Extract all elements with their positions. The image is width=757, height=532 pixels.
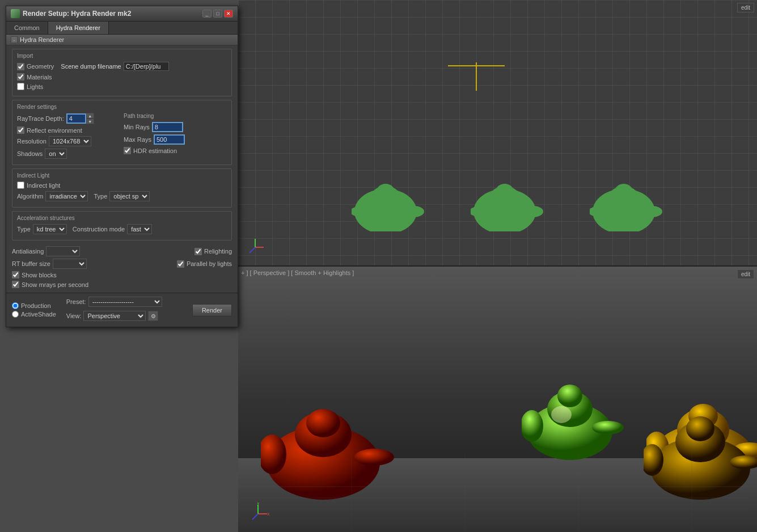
indirect-light-title: Indirect Light [17,172,227,179]
view-row: View: Perspective ⚙ [66,311,162,321]
raytrace-down[interactable]: ▼ [86,119,94,124]
geometry-checkbox-label[interactable]: Geometry [17,63,54,70]
app-icon [11,9,20,18]
misc-settings: Antialiasing Relighting RT buffer size [6,244,238,293]
max-rays-input[interactable] [154,134,185,145]
reflect-env-row: Reflect environment [17,126,120,134]
render-settings-left: RayTrace Depth: ▲ ▼ Reflect envi [17,113,120,161]
resolution-row: Resolution 1024x768 [17,136,120,146]
resolution-select[interactable]: 1024x768 [49,136,91,146]
indirect-light-row: Indirect light [17,181,227,189]
algorithm-select[interactable]: irradiance [45,191,88,201]
teapot-silhouette-1 [352,175,425,231]
accel-type-row: Type kd tree Construction mode fast [17,224,227,234]
viewport-container: edit [238,0,757,532]
shadows-select[interactable]: on [45,149,67,159]
antialiasing-label: Antialiasing [12,248,44,255]
svg-point-28 [551,406,572,423]
rt-buffer-label: RT buffer size [12,260,50,267]
teapot-silhouette-2 [471,175,544,231]
reflect-env-label[interactable]: Reflect environment [17,126,82,134]
activeshade-radio[interactable] [12,311,19,318]
parallel-lights-label[interactable]: Parallel by lights [177,260,232,268]
parallel-lights-checkbox[interactable] [177,260,184,268]
acceleration-section: Acceleration structures Type kd tree Con… [12,211,232,240]
relighting-checkbox[interactable] [194,248,202,255]
tab-hydra[interactable]: Hydra Renderer [48,22,109,34]
preset-row: Preset: -------------------- [66,297,162,307]
show-mrays-row: Show mrays per second [12,281,232,288]
svg-point-12 [615,184,632,197]
render-button[interactable]: Render [192,304,232,316]
render-settings-grid: RayTrace Depth: ▲ ▼ Reflect envi [17,113,227,161]
render-setup-dialog: Render Setup: Hydra Render mk2 _ □ ✕ Com… [6,6,238,327]
axis-indicator-bottom: x y [247,503,269,526]
restore-button[interactable]: □ [213,10,222,18]
svg-point-20 [306,409,340,437]
indirect-light-section: Indirect Light Indirect light Algorithm … [12,168,232,208]
show-mrays-label[interactable]: Show mrays per second [12,281,88,288]
lights-label: Lights [27,83,43,90]
section-header: - Hydra Renderer [6,35,238,45]
raytrace-input[interactable] [66,113,86,124]
viewport-bottom-label: + ] [ Perspective ] [ Smooth + Highlight… [241,269,354,276]
render-mode-group: Production ActiveShade [12,302,56,318]
dialog-tabs: Common Hydra Renderer [6,22,238,35]
floor-grid [238,453,757,532]
viewport-top[interactable]: edit [238,0,757,267]
min-rays-label: Min Rays [124,124,150,130]
import-materials-row: Materials [17,73,227,81]
type-select[interactable]: object sp [109,191,150,201]
indirect-light-checkbox[interactable] [17,181,24,189]
activeshade-radio-label[interactable]: ActiveShade [12,311,56,318]
window-controls: _ □ ✕ [202,10,233,18]
collapse-btn[interactable]: - [11,36,18,43]
reflect-env-checkbox[interactable] [17,126,24,134]
raytrace-up[interactable]: ▲ [86,113,94,119]
show-blocks-checkbox[interactable] [12,271,19,278]
preset-select[interactable]: -------------------- [88,297,162,307]
show-blocks-label[interactable]: Show blocks [12,271,57,278]
svg-point-7 [496,184,513,197]
relighting-label[interactable]: Relighting [194,248,232,255]
preset-label: Preset: [66,298,86,305]
close-button[interactable]: ✕ [224,10,233,18]
hdr-label[interactable]: HDR estimation [124,147,177,154]
antialiasing-select[interactable] [46,246,80,256]
scene-dump-input[interactable] [124,62,169,71]
teapot-green [522,366,624,464]
hdr-row: HDR estimation [124,147,227,154]
rt-buffer-select[interactable] [53,259,87,269]
viewport-bottom[interactable]: + ] [ Perspective ] [ Smooth + Highlight… [238,267,757,532]
indirect-light-label[interactable]: Indirect light [17,181,60,189]
raytrace-spinner: ▲ ▼ [66,113,94,124]
algorithm-row: Algorithm irradiance Type object sp [17,191,227,201]
svg-point-8 [523,206,543,217]
teapot-silhouettes [352,175,663,231]
geometry-checkbox[interactable] [17,63,24,70]
scene-dump-label: Scene dump filename [61,63,121,70]
construction-select[interactable]: fast [127,224,152,234]
view-select[interactable]: Perspective [83,311,146,321]
svg-point-2 [377,184,394,197]
materials-checkbox-label[interactable]: Materials [17,73,52,81]
teapot-silhouette-3 [590,175,663,231]
view-extra-btn[interactable]: ⚙ [148,311,158,321]
top-viewport-edit[interactable]: edit [737,3,754,12]
lights-checkbox-label[interactable]: Lights [17,83,43,90]
lights-checkbox[interactable] [17,83,24,90]
bottom-viewport-edit[interactable]: edit [737,269,754,279]
production-radio-label[interactable]: Production [12,302,56,309]
accel-type-select[interactable]: kd tree [33,224,67,234]
tab-common[interactable]: Common [6,22,48,34]
minimize-button[interactable]: _ [202,10,212,18]
svg-point-13 [642,206,662,217]
show-mrays-checkbox[interactable] [12,281,19,288]
hdr-checkbox[interactable] [124,147,131,154]
min-rays-input[interactable] [152,122,183,132]
dialog-titlebar: Render Setup: Hydra Render mk2 _ □ ✕ [6,6,238,22]
import-title: Import [17,53,227,59]
production-radio[interactable] [12,302,19,309]
materials-checkbox[interactable] [17,73,24,81]
import-lights-row: Lights [17,83,227,90]
